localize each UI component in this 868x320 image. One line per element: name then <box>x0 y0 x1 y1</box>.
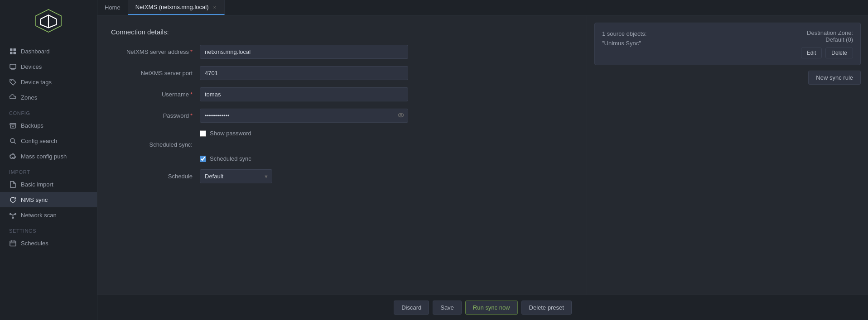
sidebar-item-config-search[interactable]: Config search <box>0 133 97 148</box>
sidebar-item-label: Basic import <box>21 181 53 188</box>
svg-rect-3 <box>13 48 16 51</box>
sidebar-item-label: Backups <box>21 122 43 129</box>
monitor-icon <box>9 63 16 70</box>
config-section-label: CONFIG <box>0 105 97 118</box>
required-indicator: * <box>190 112 193 119</box>
schedule-select[interactable]: Default <box>200 169 272 183</box>
connection-details-title: Connection details: <box>111 28 573 36</box>
sidebar-item-backups[interactable]: Backups <box>0 118 97 133</box>
server-address-input[interactable] <box>200 45 408 59</box>
sidebar-item-dashboard[interactable]: Dashboard <box>0 43 97 59</box>
scheduled-sync-checkbox[interactable] <box>200 156 206 162</box>
required-indicator: * <box>190 48 193 55</box>
scheduled-sync-checkbox-row: Scheduled sync <box>200 155 573 162</box>
svg-point-13 <box>10 139 14 143</box>
tab-nms[interactable]: NetXMS (netxms.mng.local) × <box>128 0 225 15</box>
tab-close-icon[interactable]: × <box>212 5 217 10</box>
scheduled-sync-title-row: Scheduled sync: <box>111 141 573 148</box>
network-icon <box>9 211 16 219</box>
schedule-select-wrapper: Default ▼ <box>200 169 272 183</box>
source-count: 1 source objects: <box>602 29 646 39</box>
sidebar-item-label: Network scan <box>21 212 57 219</box>
sidebar-item-devices[interactable]: Devices <box>0 59 97 74</box>
svg-point-16 <box>10 213 11 215</box>
svg-rect-11 <box>10 124 16 125</box>
sidebar-item-label: Zones <box>21 94 37 101</box>
password-input[interactable] <box>200 109 408 123</box>
new-sync-rule-button[interactable]: New sync rule <box>808 71 861 85</box>
svg-rect-2 <box>10 48 13 51</box>
svg-point-15 <box>12 217 14 218</box>
sidebar-item-label: Device tags <box>21 79 52 86</box>
right-panel: 1 source objects: "Unimus Sync" Destinat… <box>587 15 868 295</box>
sidebar-item-label: Schedules <box>21 240 48 247</box>
svg-point-17 <box>14 213 16 215</box>
schedule-select-row: Schedule Default ▼ <box>111 169 573 183</box>
destination-label: Destination Zone: <box>801 29 853 36</box>
username-input[interactable] <box>200 87 408 101</box>
password-label: Password* <box>111 112 193 119</box>
content-area: Connection details: NetXMS server addres… <box>97 15 868 295</box>
bottom-bar: Discard Save Run sync now Delete preset <box>97 295 868 320</box>
delete-rule-button[interactable]: Delete <box>825 48 853 58</box>
scheduled-sync-checkbox-label[interactable]: Scheduled sync <box>210 155 251 162</box>
logo-area <box>0 0 97 43</box>
sync-rule-card: 1 source objects: "Unimus Sync" Destinat… <box>594 23 861 65</box>
edit-rule-button[interactable]: Edit <box>801 48 822 58</box>
svg-line-19 <box>11 215 13 215</box>
server-port-label: NetXMS server port <box>111 70 193 76</box>
sidebar-item-network-scan[interactable]: Network scan <box>0 207 97 223</box>
required-indicator: * <box>190 91 193 98</box>
svg-line-20 <box>13 215 14 215</box>
svg-point-26 <box>400 114 402 116</box>
app-logo <box>33 7 64 34</box>
sidebar-item-mass-config-push[interactable]: Mass config push <box>0 148 97 164</box>
show-password-row: Show password <box>200 130 573 137</box>
username-label: Username* <box>111 91 193 98</box>
tab-home-label: Home <box>105 4 121 11</box>
sidebar-item-basic-import[interactable]: Basic import <box>0 177 97 192</box>
calendar-icon <box>9 239 16 247</box>
search-icon <box>9 137 16 144</box>
sidebar-item-label: Mass config push <box>21 153 67 160</box>
sidebar: Dashboard Devices Device tags Zones CONF… <box>0 0 97 320</box>
sidebar-item-label: NMS sync <box>21 196 48 203</box>
source-name: "Unimus Sync" <box>602 39 646 48</box>
save-button[interactable]: Save <box>433 301 462 315</box>
sidebar-item-device-tags[interactable]: Device tags <box>0 74 97 90</box>
sidebar-item-schedules[interactable]: Schedules <box>0 235 97 251</box>
delete-preset-button[interactable]: Delete preset <box>521 301 572 315</box>
password-visibility-icon[interactable] <box>397 111 405 120</box>
tab-home[interactable]: Home <box>97 0 128 15</box>
server-port-row: NetXMS server port <box>111 66 573 80</box>
svg-rect-21 <box>10 241 16 246</box>
tab-nms-label: NetXMS (netxms.mng.local) <box>135 4 209 10</box>
tab-bar: Home NetXMS (netxms.mng.local) × <box>97 0 868 15</box>
show-password-checkbox[interactable] <box>200 130 206 137</box>
svg-rect-5 <box>13 52 16 54</box>
tag-icon <box>9 78 16 86</box>
rule-buttons: Edit Delete <box>801 48 853 58</box>
settings-section-label: SETTINGS <box>0 223 97 235</box>
sidebar-item-zones[interactable]: Zones <box>0 90 97 105</box>
server-port-input[interactable] <box>200 66 408 80</box>
password-wrapper <box>200 109 408 123</box>
import-section-label: IMPORT <box>0 164 97 177</box>
discard-button[interactable]: Discard <box>394 301 429 315</box>
sidebar-item-nms-sync[interactable]: NMS sync <box>0 192 97 207</box>
main-content: Home NetXMS (netxms.mng.local) × Connect… <box>97 0 868 320</box>
rule-source-info: 1 source objects: "Unimus Sync" <box>602 29 646 48</box>
username-row: Username* <box>111 87 573 101</box>
run-sync-button[interactable]: Run sync now <box>465 301 518 315</box>
file-icon <box>9 181 16 188</box>
new-sync-rule-area: New sync rule <box>594 71 861 85</box>
svg-rect-6 <box>10 64 16 68</box>
archive-icon <box>9 122 16 129</box>
scheduled-sync-title: Scheduled sync: <box>111 141 193 148</box>
left-panel: Connection details: NetXMS server addres… <box>97 15 587 295</box>
show-password-label[interactable]: Show password <box>210 130 251 137</box>
schedule-label: Schedule <box>111 173 193 180</box>
scheduled-sync-section: Scheduled sync: Scheduled sync Schedule … <box>111 141 573 183</box>
svg-point-10 <box>11 80 12 81</box>
grid-icon <box>9 48 16 55</box>
